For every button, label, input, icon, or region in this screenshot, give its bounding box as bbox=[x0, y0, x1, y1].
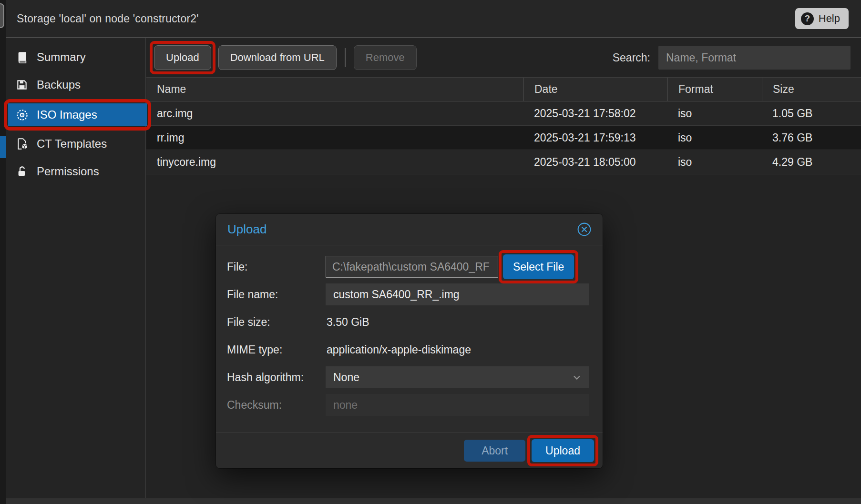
checksum-row: Checksum: bbox=[227, 394, 589, 416]
mime-type-row: MIME type: application/x-apple-diskimage bbox=[227, 339, 589, 361]
disc-icon bbox=[15, 109, 29, 121]
sidebar-item-iso-images[interactable]: ISO Images bbox=[8, 103, 147, 126]
annotation-box-dialog-upload: Upload bbox=[527, 435, 598, 466]
hash-algorithm-row: Hash algorithm: None bbox=[227, 366, 589, 388]
clipped-left-panel bbox=[0, 0, 6, 504]
annotation-box-upload-button: Upload bbox=[150, 41, 215, 74]
cell-size: 4.29 GB bbox=[762, 150, 861, 174]
download-from-url-button[interactable]: Download from URL bbox=[218, 45, 337, 70]
hash-algorithm-label: Hash algorithm: bbox=[227, 371, 326, 384]
table-header: Name Date Format Size bbox=[146, 77, 861, 101]
remove-button[interactable]: Remove bbox=[354, 45, 417, 70]
cell-name: arc.img bbox=[146, 101, 523, 125]
floppy-icon bbox=[15, 79, 29, 91]
file-size-value: 3.50 GiB bbox=[326, 316, 369, 329]
sidebar-item-backups[interactable]: Backups bbox=[8, 73, 144, 96]
dialog-footer: Abort Upload bbox=[216, 433, 603, 468]
cell-size: 1.05 GB bbox=[762, 101, 861, 125]
column-header-size[interactable]: Size bbox=[762, 78, 861, 101]
cell-name: rr.img bbox=[146, 126, 523, 150]
sidebar-item-label: Summary bbox=[37, 50, 86, 64]
close-icon[interactable] bbox=[576, 222, 592, 237]
table-row[interactable]: tinycore.img 2025-03-21 18:05:00 iso 4.2… bbox=[146, 150, 861, 174]
proxmox-storage-screen: Storage 'local' on node 'constructor2' ?… bbox=[0, 0, 861, 504]
cell-size: 3.76 GB bbox=[762, 126, 861, 150]
file-path-input[interactable] bbox=[326, 256, 498, 278]
cell-format: iso bbox=[667, 150, 762, 174]
cell-date: 2025-03-21 17:59:13 bbox=[523, 126, 667, 150]
cell-date: 2025-03-21 18:05:00 bbox=[523, 150, 667, 174]
search-input[interactable] bbox=[658, 46, 851, 70]
question-circle-icon: ? bbox=[801, 12, 814, 25]
table-row[interactable]: arc.img 2025-03-21 17:58:02 iso 1.05 GB bbox=[146, 101, 861, 126]
column-header-format[interactable]: Format bbox=[667, 78, 762, 101]
file-label: File: bbox=[227, 261, 326, 273]
book-icon bbox=[15, 51, 29, 64]
checksum-label: Checksum: bbox=[227, 399, 326, 412]
search-label: Search: bbox=[613, 51, 650, 64]
file-name-field-row: File name: bbox=[227, 283, 589, 305]
file-size-row: File size: 3.50 GiB bbox=[227, 311, 589, 333]
cell-date: 2025-03-21 17:58:02 bbox=[523, 101, 667, 125]
help-button-label: Help bbox=[819, 12, 840, 25]
mime-type-value: application/x-apple-diskimage bbox=[326, 343, 471, 356]
file-size-label: File size: bbox=[227, 316, 326, 329]
clipped-tree-selection-fragment bbox=[0, 136, 6, 158]
unlock-icon bbox=[15, 165, 29, 178]
dialog-titlebar[interactable]: Upload bbox=[216, 214, 603, 245]
clipped-panel-fragment bbox=[0, 3, 4, 28]
sidebar-item-label: CT Templates bbox=[37, 137, 107, 151]
sidebar-item-label: ISO Images bbox=[37, 108, 97, 121]
annotation-box-select-file: Select File bbox=[499, 250, 578, 283]
hash-algorithm-select[interactable]: None bbox=[326, 366, 589, 388]
toolbar-separator bbox=[345, 48, 346, 67]
select-file-button[interactable]: Select File bbox=[503, 254, 574, 279]
sidebar-item-label: Permissions bbox=[37, 165, 99, 178]
page-title: Storage 'local' on node 'constructor2' bbox=[17, 12, 199, 25]
file-cube-icon bbox=[15, 138, 29, 150]
chevron-down-icon bbox=[571, 372, 583, 383]
horizontal-scrollbar-track[interactable] bbox=[6, 498, 861, 504]
sidebar-item-label: Backups bbox=[37, 78, 81, 91]
upload-button[interactable]: Upload bbox=[154, 45, 211, 70]
file-name-input[interactable] bbox=[326, 283, 589, 305]
hash-algorithm-value: None bbox=[333, 371, 359, 384]
file-field-row: File: Select File bbox=[227, 256, 589, 278]
toolbar: Upload Download from URL Remove Search: bbox=[146, 38, 861, 77]
column-header-date[interactable]: Date bbox=[523, 78, 667, 101]
upload-dialog: Upload File: Select File File name: bbox=[216, 214, 603, 468]
search-area: Search: bbox=[613, 46, 851, 70]
cell-format: iso bbox=[667, 101, 762, 125]
annotation-box-iso-images: ISO Images bbox=[4, 99, 151, 131]
checksum-input bbox=[326, 394, 589, 416]
sidebar-item-summary[interactable]: Summary bbox=[8, 46, 144, 69]
cell-format: iso bbox=[667, 126, 762, 150]
mime-type-label: MIME type: bbox=[227, 343, 326, 356]
column-header-name[interactable]: Name bbox=[146, 78, 523, 101]
dialog-title: Upload bbox=[227, 222, 266, 237]
file-name-label: File name: bbox=[227, 288, 326, 301]
table-row[interactable]: rr.img 2025-03-21 17:59:13 iso 3.76 GB bbox=[146, 126, 861, 150]
dialog-upload-button[interactable]: Upload bbox=[532, 439, 594, 462]
cell-name: tinycore.img bbox=[146, 150, 523, 174]
help-button[interactable]: ? Help bbox=[795, 8, 849, 29]
sidebar-item-ct-templates[interactable]: CT Templates bbox=[8, 132, 144, 155]
sidebar: Summary Backups ISO Images CT Templates bbox=[6, 38, 146, 498]
header-bar: Storage 'local' on node 'constructor2' ?… bbox=[6, 0, 861, 38]
abort-button[interactable]: Abort bbox=[464, 440, 525, 462]
sidebar-item-permissions[interactable]: Permissions bbox=[8, 160, 144, 183]
dialog-body: File: Select File File name: File size: … bbox=[216, 245, 603, 433]
